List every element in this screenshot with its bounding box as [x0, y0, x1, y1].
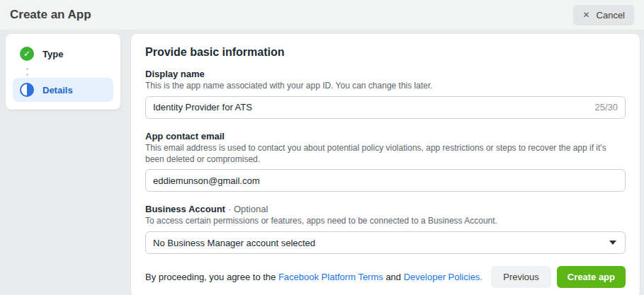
- section-heading: Provide basic information: [145, 46, 626, 59]
- app-contact-email-helper: This email address is used to contact yo…: [145, 143, 626, 166]
- page-title: Create an App: [10, 8, 91, 22]
- app-contact-email-field: App contact email This email address is …: [145, 131, 626, 192]
- step-type-label: Type: [43, 49, 63, 59]
- display-name-input-wrap: 25/30: [145, 96, 626, 119]
- steps-sidebar: ✓ Type Details: [6, 34, 120, 110]
- form-footer: By proceeding, you agree to the Facebook…: [145, 266, 626, 288]
- facebook-platform-terms-link[interactable]: Facebook Platform Terms: [278, 272, 383, 282]
- agreement-prefix: By proceeding, you agree to the: [145, 272, 278, 282]
- business-account-helper: To access certain permissions or feature…: [145, 216, 626, 227]
- close-icon: ✕: [582, 11, 589, 19]
- previous-button[interactable]: Previous: [491, 266, 551, 288]
- connector-dot: [26, 68, 28, 70]
- optional-suffix: · Optional: [228, 204, 268, 214]
- email-input[interactable]: [153, 175, 618, 186]
- connector-dot: [26, 74, 28, 76]
- business-account-select-value: No Business Manager account selected: [153, 238, 315, 248]
- display-name-input[interactable]: [153, 102, 594, 112]
- sidebar-step-type[interactable]: ✓ Type: [13, 42, 113, 66]
- char-counter: 25/30: [594, 102, 618, 112]
- sidebar-step-details[interactable]: Details: [13, 78, 113, 102]
- step-details-label: Details: [43, 85, 73, 96]
- caret-down-icon: [609, 241, 616, 245]
- check-circle-icon: ✓: [20, 47, 34, 61]
- step-connector-dots: [26, 68, 113, 76]
- display-name-label: Display name: [145, 69, 626, 79]
- business-account-select[interactable]: No Business Manager account selected: [145, 231, 626, 254]
- create-app-button[interactable]: Create app: [557, 266, 626, 288]
- app-contact-email-label: App contact email: [145, 131, 626, 141]
- cancel-button[interactable]: ✕ Cancel: [573, 5, 634, 25]
- page-header: Create an App ✕ Cancel: [0, 0, 644, 30]
- footer-buttons: Previous Create app: [491, 266, 626, 288]
- business-account-field: Business Account· Optional To access cer…: [145, 204, 626, 254]
- business-account-label: Business Account· Optional: [145, 204, 626, 214]
- display-name-field: Display name This is the app name associ…: [145, 69, 626, 119]
- agreement-text: By proceeding, you agree to the Facebook…: [145, 272, 482, 282]
- developer-policies-link[interactable]: Developer Policies.: [404, 272, 482, 282]
- display-name-helper: This is the app name associated with you…: [145, 81, 626, 92]
- half-circle-icon: [20, 83, 34, 97]
- email-input-wrap: [145, 169, 626, 192]
- cancel-button-label: Cancel: [597, 10, 625, 21]
- business-account-label-text: Business Account: [145, 204, 225, 214]
- basic-information-form: Provide basic information Display name T…: [131, 34, 640, 295]
- agreement-middle: and: [383, 272, 404, 282]
- content-area: ✓ Type Details Provide basic information…: [0, 30, 644, 295]
